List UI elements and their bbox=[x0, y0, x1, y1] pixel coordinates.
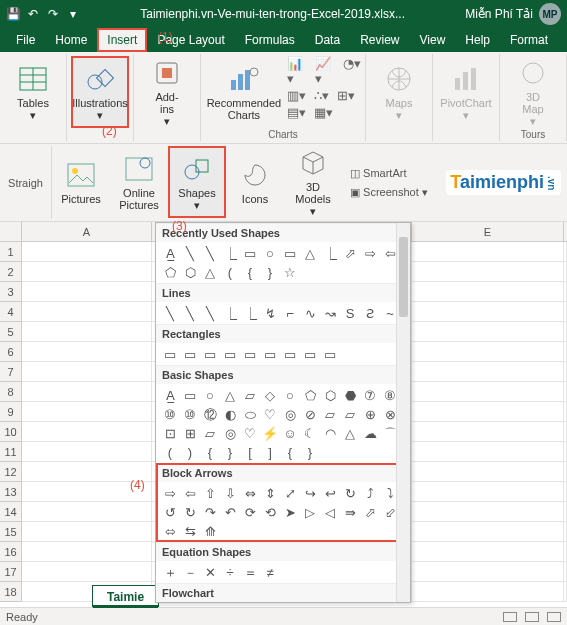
line-chart-icon[interactable]: 📈▾ bbox=[315, 56, 335, 86]
tab-view[interactable]: View bbox=[410, 28, 456, 52]
row-14[interactable]: 14 bbox=[0, 502, 22, 522]
row-3[interactable]: 3 bbox=[0, 282, 22, 302]
save-icon[interactable]: 💾 bbox=[6, 7, 20, 21]
statistic-chart-icon[interactable]: ▤▾ bbox=[287, 105, 306, 120]
col-A[interactable]: A bbox=[22, 222, 152, 241]
illustrations-button[interactable]: Illustrations▾ bbox=[71, 56, 129, 128]
row-10[interactable]: 10 bbox=[0, 422, 22, 442]
block-arrows-shapes[interactable]: ⇨⇦⇧⇩⇔⇕⤢↪↩↻⤴⤵ ↺↻↷↶⟳⟲➤▷◁⇛⬀⬃ ⬄⇆⟰ bbox=[156, 482, 410, 542]
col-E[interactable]: E bbox=[412, 222, 564, 241]
svg-point-18 bbox=[72, 168, 78, 174]
icons-icon bbox=[239, 159, 271, 191]
online-pictures-button[interactable]: Online Pictures bbox=[110, 146, 168, 218]
pie-chart-icon[interactable]: ◔▾ bbox=[343, 56, 361, 86]
column-chart-icon[interactable]: 📊▾ bbox=[287, 56, 307, 86]
qat-dropdown-icon[interactable]: ▾ bbox=[66, 7, 80, 21]
tables-button[interactable]: Tables▾ bbox=[4, 56, 62, 128]
tours-group-label: Tours bbox=[500, 129, 566, 140]
charts-group-label: Charts bbox=[201, 129, 365, 140]
shapes-button[interactable]: Shapes▾ bbox=[168, 146, 226, 218]
tab-file[interactable]: File bbox=[6, 28, 45, 52]
tab-format[interactable]: Format bbox=[500, 28, 558, 52]
view-layout-icon[interactable] bbox=[525, 612, 539, 622]
gallery-scrollbar[interactable] bbox=[396, 223, 410, 602]
ribbon-insert: Tables▾ Illustrations▾ Add- ins▾ Recomme… bbox=[0, 52, 567, 144]
row-17[interactable]: 17 bbox=[0, 562, 22, 582]
surface-chart-icon[interactable]: ▦▾ bbox=[314, 105, 333, 120]
tab-help[interactable]: Help bbox=[455, 28, 500, 52]
rectangles-shapes[interactable]: ▭▭▭▭▭▭▭▭▭ bbox=[156, 343, 410, 365]
svg-point-16 bbox=[523, 63, 543, 83]
recommended-charts-button[interactable]: Recommended Charts bbox=[205, 56, 283, 128]
dropdown-icon: ▾ bbox=[30, 109, 36, 121]
tab-formulas[interactable]: Formulas bbox=[235, 28, 305, 52]
tab-data[interactable]: Data bbox=[305, 28, 350, 52]
tab-home[interactable]: Home bbox=[45, 28, 97, 52]
row-7[interactable]: 7 bbox=[0, 362, 22, 382]
sheet-tab[interactable]: Taimie bbox=[92, 585, 159, 607]
dropdown-icon: ▾ bbox=[530, 115, 536, 127]
equation-shapes[interactable]: ＋－✕÷＝≠ bbox=[156, 561, 410, 583]
pivotchart-icon bbox=[450, 63, 482, 95]
screenshot-icon: ▣ bbox=[350, 186, 360, 198]
window-title: Taimienphi.vn-Ve-mui-ten-trong-Excel-201… bbox=[80, 7, 465, 21]
shapes-gallery[interactable]: Recently Used Shapes A̲╲╲⎿▭○▭△⎿⬀⇨⇦⬠ ⬡△({… bbox=[155, 222, 411, 603]
screenshot-button[interactable]: ▣ Screenshot ▾ bbox=[350, 186, 428, 199]
row-12[interactable]: 12 bbox=[0, 462, 22, 482]
combo-chart-icon[interactable]: ⊞▾ bbox=[337, 88, 355, 103]
quick-access-toolbar: 💾 ↶ ↷ ▾ bbox=[6, 7, 80, 21]
table-icon bbox=[17, 63, 49, 95]
row-8[interactable]: 8 bbox=[0, 382, 22, 402]
svg-rect-14 bbox=[463, 72, 468, 90]
row-6[interactable]: 6 bbox=[0, 342, 22, 362]
view-break-icon[interactable] bbox=[547, 612, 561, 622]
row-18[interactable]: 18 bbox=[0, 582, 22, 602]
undo-icon[interactable]: ↶ bbox=[26, 7, 40, 21]
3d-models-button[interactable]: 3D Models▾ bbox=[284, 146, 342, 218]
section-block-arrows: Block Arrows bbox=[156, 464, 410, 482]
svg-rect-22 bbox=[196, 160, 208, 172]
pivotchart-button[interactable]: PivotChart▾ bbox=[437, 56, 495, 128]
svg-point-20 bbox=[140, 158, 150, 168]
addins-button[interactable]: Add- ins▾ bbox=[138, 56, 196, 128]
dropdown-icon: ▾ bbox=[396, 109, 402, 121]
svg-point-11 bbox=[250, 68, 258, 76]
cube-icon bbox=[297, 147, 329, 179]
shapes-group-icon bbox=[84, 63, 116, 95]
redo-icon[interactable]: ↷ bbox=[46, 7, 60, 21]
view-normal-icon[interactable] bbox=[503, 612, 517, 622]
row-4[interactable]: 4 bbox=[0, 302, 22, 322]
online-pictures-icon bbox=[123, 153, 155, 185]
maps-button[interactable]: Maps▾ bbox=[370, 56, 428, 128]
scrollbar-thumb[interactable] bbox=[399, 237, 408, 317]
row-2[interactable]: 2 bbox=[0, 262, 22, 282]
icons-button[interactable]: Icons bbox=[226, 146, 284, 218]
row-16[interactable]: 16 bbox=[0, 542, 22, 562]
lines-shapes[interactable]: ╲╲╲⎿⎿↯⌐∿↝SƧ~ bbox=[156, 302, 410, 324]
basic-shapes[interactable]: A̲▭○△▱◇○⬠⬡⬣⑦⑧⑩⑩ ⑫◐⬭♡◎⊘▱▱⊕⊗⊡⊞ ▱◎♡⚡☺☾◠△☁⌒ … bbox=[156, 384, 410, 463]
globe-icon bbox=[517, 57, 549, 89]
tab-review[interactable]: Review bbox=[350, 28, 409, 52]
recommended-charts-icon bbox=[228, 63, 260, 95]
row-11[interactable]: 11 bbox=[0, 442, 22, 462]
recently-used-shapes[interactable]: A̲╲╲⎿▭○▭△⎿⬀⇨⇦⬠ ⬡△({}☆ bbox=[156, 242, 410, 283]
dropdown-icon: ▾ bbox=[194, 199, 200, 211]
scatter-chart-icon[interactable]: ∴▾ bbox=[314, 88, 329, 103]
group-maps: Maps▾ bbox=[366, 54, 433, 141]
row-1[interactable]: 1 bbox=[0, 242, 22, 262]
account-name: Miễn Phí Tải bbox=[465, 7, 533, 21]
annotation-2: (2) bbox=[102, 124, 117, 138]
hierarchy-chart-icon[interactable]: ▥▾ bbox=[287, 88, 306, 103]
pictures-button[interactable]: Pictures bbox=[52, 146, 110, 218]
account-area[interactable]: Miễn Phí Tải MP bbox=[465, 3, 561, 25]
row-9[interactable]: 9 bbox=[0, 402, 22, 422]
row-15[interactable]: 15 bbox=[0, 522, 22, 542]
row-13[interactable]: 13 bbox=[0, 482, 22, 502]
tab-insert[interactable]: Insert bbox=[97, 28, 147, 52]
section-basic: Basic Shapes bbox=[156, 366, 410, 384]
smartart-button[interactable]: ◫ SmartArt bbox=[350, 167, 428, 180]
row-5[interactable]: 5 bbox=[0, 322, 22, 342]
3d-map-button[interactable]: 3D Map▾ bbox=[504, 56, 562, 128]
svg-rect-19 bbox=[126, 158, 152, 180]
group-addins: Add- ins▾ bbox=[134, 54, 201, 141]
